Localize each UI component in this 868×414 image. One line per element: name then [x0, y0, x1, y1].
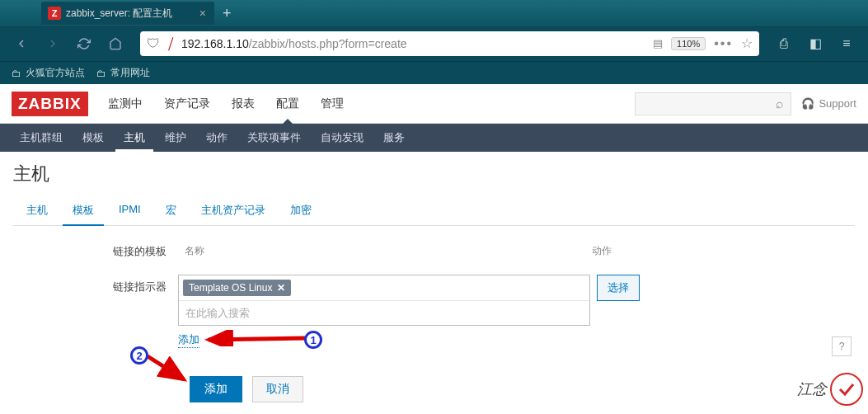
bookmark-item[interactable]: 🗀常用网址: [96, 66, 150, 80]
svg-line-0: [209, 338, 305, 340]
add-link[interactable]: 添加: [178, 332, 199, 348]
star-icon[interactable]: ☆: [741, 35, 753, 51]
folder-icon: 🗀: [12, 68, 21, 79]
sub-nav-maintenance[interactable]: 维护: [157, 124, 195, 152]
form-tabs: 主机 模板 IPMI 宏 主机资产记录 加密: [13, 196, 855, 226]
bookmark-bar: 🗀火狐官方站点 🗀常用网址: [0, 61, 868, 84]
url-text: 192.168.1.10/zabbix/hosts.php?form=creat…: [181, 37, 645, 50]
col-action: 动作: [592, 244, 658, 258]
sub-nav-discovery[interactable]: 自动发现: [312, 124, 372, 152]
sub-nav-correlation[interactable]: 关联项事件: [239, 124, 309, 152]
headset-icon: 🎧: [801, 97, 814, 110]
tab-encryption[interactable]: 加密: [280, 196, 321, 225]
zoom-badge[interactable]: 110%: [671, 37, 706, 50]
help-button[interactable]: ?: [832, 336, 852, 356]
app-header: ZABBIX 监测中 资产记录 报表 配置 管理 ⌕ 🎧Support: [0, 84, 868, 124]
tab-macros[interactable]: 宏: [156, 196, 186, 225]
home-button[interactable]: [104, 32, 127, 55]
linked-templates-table: 名称 动作: [178, 239, 664, 263]
sub-nav: 主机群组 模板 主机 维护 动作 关联项事件 自动发现 服务: [0, 124, 868, 152]
tab-templates[interactable]: 模板: [63, 196, 104, 226]
sub-nav-services[interactable]: 服务: [375, 124, 413, 152]
global-search[interactable]: ⌕: [635, 92, 791, 115]
row-link-new: 链接指示器 Template OS Linux ✕ 选: [13, 275, 855, 348]
close-icon[interactable]: ×: [199, 7, 206, 20]
tab-inventory[interactable]: 主机资产记录: [191, 196, 275, 225]
svg-line-1: [148, 356, 184, 379]
bookmark-item[interactable]: 🗀火狐官方站点: [12, 66, 85, 80]
reload-button[interactable]: [73, 32, 96, 55]
search-icon: ⌕: [776, 96, 784, 111]
library-icon[interactable]: ⎙: [772, 32, 795, 55]
label-linked-templates: 链接的模板: [13, 239, 178, 259]
submit-button[interactable]: 添加: [190, 376, 242, 402]
page-title: 主机: [13, 162, 855, 186]
template-search-input[interactable]: [179, 301, 589, 325]
top-nav-admin[interactable]: 管理: [312, 85, 352, 123]
sub-nav-templates[interactable]: 模板: [74, 124, 112, 152]
tab-ipmi[interactable]: IPMI: [109, 196, 151, 225]
form: 链接的模板 名称 动作 链接指示器: [13, 226, 855, 414]
col-name: 名称: [185, 244, 592, 258]
annotation-arrow-1: [202, 330, 309, 346]
forward-button[interactable]: [41, 32, 64, 55]
tab-favicon: Z: [48, 7, 61, 20]
sub-nav-hostgroups[interactable]: 主机群组: [12, 124, 71, 152]
top-nav-monitoring[interactable]: 监测中: [100, 85, 151, 123]
label-link-new: 链接指示器: [13, 275, 178, 294]
sub-nav-actions[interactable]: 动作: [198, 124, 236, 152]
watermark: 江念: [797, 373, 863, 406]
remove-tag-icon[interactable]: ✕: [277, 282, 285, 294]
new-tab-button[interactable]: +: [214, 2, 240, 25]
annotation-arrow-2: [144, 353, 194, 386]
back-button[interactable]: [10, 32, 33, 55]
select-button[interactable]: 选择: [597, 275, 640, 301]
support-link[interactable]: 🎧Support: [801, 97, 856, 110]
sub-nav-hosts[interactable]: 主机: [115, 124, 153, 152]
watermark-logo-icon: [830, 373, 863, 406]
tag-label: Template OS Linux: [189, 282, 272, 294]
annotation-1: 1: [304, 331, 322, 349]
sidebar-icon[interactable]: ◧: [804, 32, 827, 55]
browser-nav-bar: 🛡 ⧸ 192.168.1.10/zabbix/hosts.php?form=c…: [0, 25, 868, 61]
folder-icon: 🗀: [96, 68, 106, 79]
tab-host[interactable]: 主机: [16, 196, 58, 225]
top-nav-config[interactable]: 配置: [268, 85, 307, 123]
form-buttons: 添加 取消: [178, 360, 855, 402]
meatballs-icon[interactable]: •••: [714, 36, 733, 51]
top-nav-reports[interactable]: 报表: [223, 85, 263, 123]
menu-icon[interactable]: ≡: [835, 32, 858, 55]
page-body: 主机 主机 模板 IPMI 宏 主机资产记录 加密 链接的模板 名称 动作: [0, 152, 868, 414]
no-secure-icon: ⧸: [168, 36, 173, 51]
top-nav: 监测中 资产记录 报表 配置 管理: [100, 85, 352, 123]
template-multiselect[interactable]: Template OS Linux ✕: [178, 275, 590, 326]
zabbix-logo[interactable]: ZABBIX: [12, 92, 88, 116]
top-nav-inventory[interactable]: 资产记录: [156, 85, 218, 123]
browser-tab-bar: Z zabbix_server: 配置主机 × +: [0, 0, 868, 25]
app-container: ZABBIX 监测中 资产记录 报表 配置 管理 ⌕ 🎧Support 主机群组…: [0, 84, 868, 414]
row-linked-templates: 链接的模板 名称 动作: [13, 239, 855, 263]
reader-icon[interactable]: ▤: [653, 37, 663, 49]
tab-title: zabbix_server: 配置主机: [66, 7, 172, 21]
annotation-2: 2: [130, 346, 148, 365]
template-tag[interactable]: Template OS Linux ✕: [183, 280, 291, 296]
url-bar[interactable]: 🛡 ⧸ 192.168.1.10/zabbix/hosts.php?form=c…: [140, 31, 759, 56]
shield-icon[interactable]: 🛡: [147, 36, 160, 51]
cancel-button[interactable]: 取消: [252, 376, 303, 402]
browser-tab[interactable]: Z zabbix_server: 配置主机 ×: [41, 2, 214, 25]
